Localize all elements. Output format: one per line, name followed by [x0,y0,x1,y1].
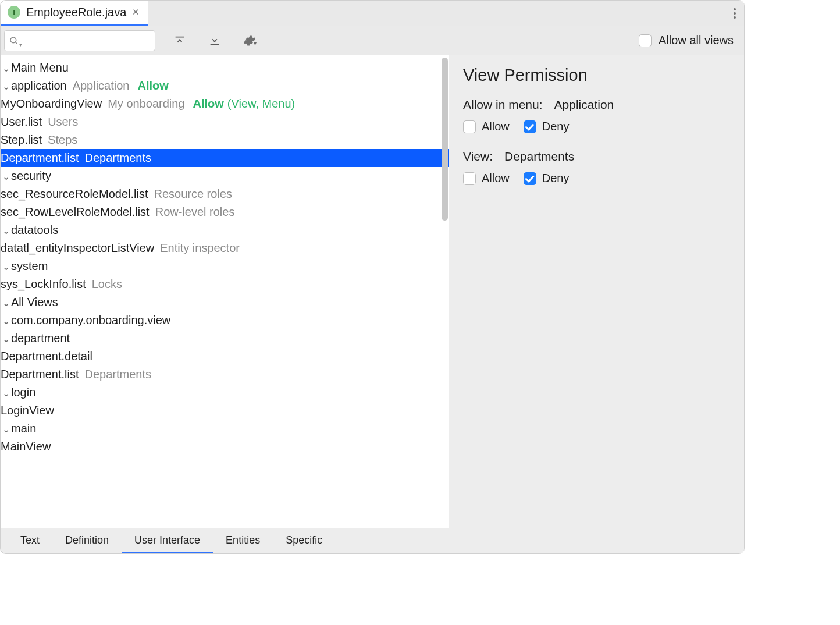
java-interface-icon: I [8,6,20,19]
tab-entities[interactable]: Entities [213,528,273,553]
tree-node-security[interactable]: security [1,167,449,185]
tab-user-interface[interactable]: User Interface [122,528,213,553]
close-tab-icon[interactable]: ✕ [132,7,140,17]
menu-deny-label: Deny [542,120,570,133]
tree-node-row-level-roles[interactable]: sec_RowLevelRoleModel.listRow-level role… [1,203,449,221]
menu-allow-checkbox[interactable] [463,120,476,133]
scrollbar-thumb[interactable] [442,58,448,221]
chevron-down-icon[interactable] [1,317,11,326]
views-tree-panel: Main Menu applicationApplicationAllow My… [1,55,449,528]
view-deny-checkbox[interactable] [524,172,536,185]
tree-node-main-group[interactable]: main [1,420,449,438]
tree-node-main-menu[interactable]: Main Menu [1,59,449,77]
file-tab-label: EmployeeRole.java [26,6,126,19]
allow-all-views-label: Allow all views [659,34,734,47]
view-name-label: View: [463,150,493,164]
tree-node-application[interactable]: applicationApplicationAllow [1,77,449,95]
tab-text[interactable]: Text [8,528,52,553]
tree-node-locks[interactable]: sys_LockInfo.listLocks [1,275,449,293]
tree-node-myonboardingview[interactable]: MyOnboardingViewMy onboardingAllow(View,… [1,95,449,113]
chevron-down-icon[interactable] [1,299,11,308]
chevron-down-icon[interactable] [1,425,11,434]
views-toolbar: ▾ ▾ Allow all views [1,26,744,55]
allow-in-menu-value: Application [554,98,614,112]
chevron-down-icon[interactable] [1,64,11,73]
tree-node-login-group[interactable]: login [1,383,449,402]
collapse-all-icon[interactable] [204,30,225,51]
panel-title: View Permission [463,66,730,85]
tree-node-department-group[interactable]: department [1,329,449,347]
svg-point-0 [10,37,16,43]
tree-vertical-scrollbar[interactable] [441,55,449,528]
bottom-tab-strip: Text Definition User Interface Entities … [1,528,744,553]
view-name-value: Departments [504,150,574,164]
chevron-down-icon[interactable] [1,82,11,91]
tree-node-department-detail[interactable]: Department.detail [1,347,449,365]
tree-node-step-list[interactable]: Step.listSteps [1,131,449,149]
chevron-down-icon[interactable] [1,335,11,344]
tree-node-entity-inspector[interactable]: datatl_entityInspectorListViewEntity ins… [1,239,449,257]
chevron-down-icon[interactable] [1,172,11,182]
search-options-chevron-icon[interactable]: ▾ [19,42,22,48]
view-deny-label: Deny [542,172,570,185]
svg-line-1 [16,42,17,44]
tab-definition[interactable]: Definition [52,528,122,553]
tab-specific[interactable]: Specific [273,528,335,553]
view-allow-label: Allow [482,172,510,185]
menu-deny-checkbox[interactable] [524,120,536,133]
tree-node-user-list[interactable]: User.listUsers [1,113,449,131]
main-split: Main Menu applicationApplicationAllow My… [1,55,744,528]
editor-tab-strip: I EmployeeRole.java ✕ [1,1,744,26]
settings-gear-icon[interactable]: ▾ [239,30,260,51]
tree-node-system[interactable]: system [1,257,449,275]
tree-node-datatools[interactable]: datatools [1,221,449,239]
tree-node-resource-roles[interactable]: sec_ResourceRoleModel.listResource roles [1,185,449,203]
expand-all-icon[interactable] [169,30,190,51]
view-permission-panel: View Permission Allow in menu: Applicati… [449,55,744,528]
tree-node-department-list-selected[interactable]: Department.listDepartments [1,149,449,167]
tree-node-all-views[interactable]: All Views [1,293,449,311]
chevron-down-icon[interactable] [1,262,11,272]
view-allow-checkbox[interactable] [463,172,476,185]
chevron-down-icon[interactable] [1,389,11,398]
menu-allow-label: Allow [482,120,510,133]
search-icon [9,35,19,46]
file-tab-active[interactable]: I EmployeeRole.java ✕ [1,1,148,26]
chevron-down-icon[interactable] [1,226,11,236]
tree-node-login-view[interactable]: LoginView [1,402,449,420]
search-input[interactable] [4,30,155,51]
tree-node-main-view[interactable]: MainView [1,438,449,456]
tree-node-department-list[interactable]: Department.listDepartments [1,365,449,383]
allow-all-views-checkbox[interactable] [639,34,652,47]
allow-in-menu-label: Allow in menu: [463,98,543,112]
tree-node-package[interactable]: com.company.onboarding.view [1,311,449,329]
tab-strip-overflow-icon[interactable] [734,8,736,19]
